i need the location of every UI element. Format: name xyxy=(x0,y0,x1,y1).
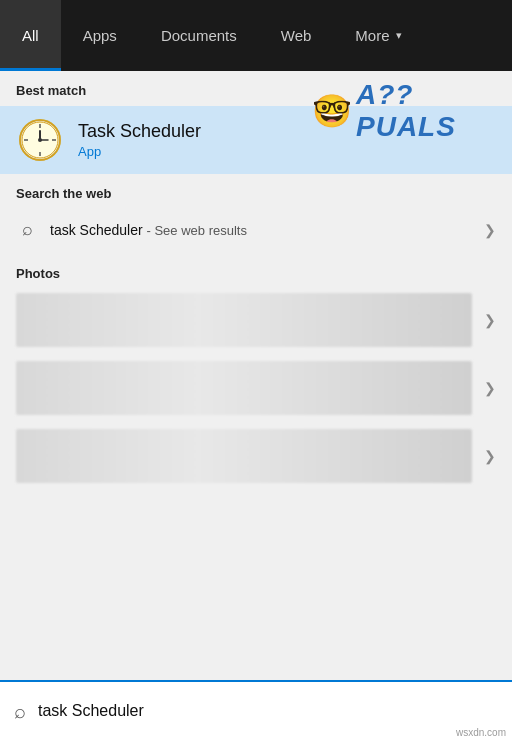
photo-item-1[interactable]: ❯ xyxy=(0,289,512,351)
web-search-suffix: - See web results xyxy=(147,223,247,238)
main-content: Best match Task Sch xyxy=(0,71,512,680)
photos-label: Photos xyxy=(0,254,512,289)
photos-section: Photos ❯ ❯ ❯ xyxy=(0,254,512,487)
photo-item-2[interactable]: ❯ xyxy=(0,357,512,419)
chevron-right-icon-3: ❯ xyxy=(484,448,496,464)
svg-point-8 xyxy=(38,138,42,142)
photo-item-3[interactable]: ❯ xyxy=(0,425,512,487)
search-bar: ⌕ xyxy=(0,680,512,740)
nav-bar: All Apps Documents Web More ▾ xyxy=(0,0,512,71)
best-match-text-block: Task Scheduler App xyxy=(78,121,496,159)
best-match-label: Best match xyxy=(0,71,512,106)
nav-item-web[interactable]: Web xyxy=(259,0,334,71)
photo-thumbnail-3 xyxy=(16,429,472,483)
web-search-item[interactable]: ⌕ task Scheduler - See web results ❯ xyxy=(0,209,512,250)
search-icon: ⌕ xyxy=(16,219,38,240)
web-search-text: task Scheduler - See web results xyxy=(50,222,472,238)
watermark-bottom: wsxdn.com xyxy=(456,727,506,738)
photo-thumbnail-1 xyxy=(16,293,472,347)
chevron-right-icon-2: ❯ xyxy=(484,380,496,396)
nav-item-more[interactable]: More ▾ xyxy=(333,0,423,71)
nav-label-web: Web xyxy=(281,27,312,44)
nav-label-all: All xyxy=(22,27,39,44)
task-scheduler-icon xyxy=(18,118,62,162)
nav-label-more: More xyxy=(355,27,389,44)
nav-item-all[interactable]: All xyxy=(0,0,61,71)
search-bar-icon: ⌕ xyxy=(14,700,26,723)
nav-item-apps[interactable]: Apps xyxy=(61,0,139,71)
photo-thumbnail-2 xyxy=(16,361,472,415)
search-input[interactable] xyxy=(38,702,498,720)
web-search-label: Search the web xyxy=(0,174,512,209)
web-search-query: task Scheduler xyxy=(50,222,143,238)
app-icon xyxy=(16,116,64,164)
nav-label-apps: Apps xyxy=(83,27,117,44)
nav-label-documents: Documents xyxy=(161,27,237,44)
best-match-title: Task Scheduler xyxy=(78,121,496,142)
chevron-right-icon-1: ❯ xyxy=(484,312,496,328)
chevron-down-icon: ▾ xyxy=(396,29,402,42)
nav-item-documents[interactable]: Documents xyxy=(139,0,259,71)
chevron-right-icon: ❯ xyxy=(484,222,496,238)
best-match-type: App xyxy=(78,144,496,159)
best-match-item[interactable]: Task Scheduler App xyxy=(0,106,512,174)
